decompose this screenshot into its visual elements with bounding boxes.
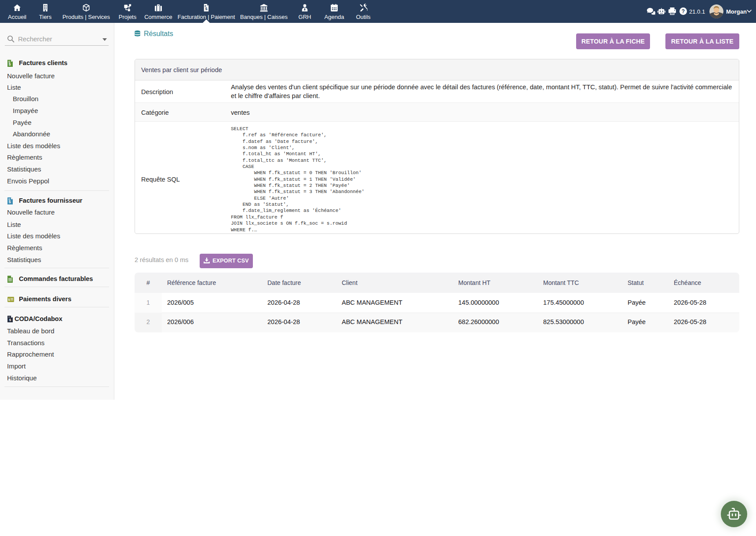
- svg-text:$: $: [205, 7, 207, 11]
- svg-text:$: $: [8, 298, 10, 302]
- svg-text:$: $: [9, 318, 11, 322]
- svg-text:?: ?: [682, 8, 685, 15]
- svg-text:$: $: [9, 62, 11, 66]
- svg-text:$: $: [9, 200, 11, 204]
